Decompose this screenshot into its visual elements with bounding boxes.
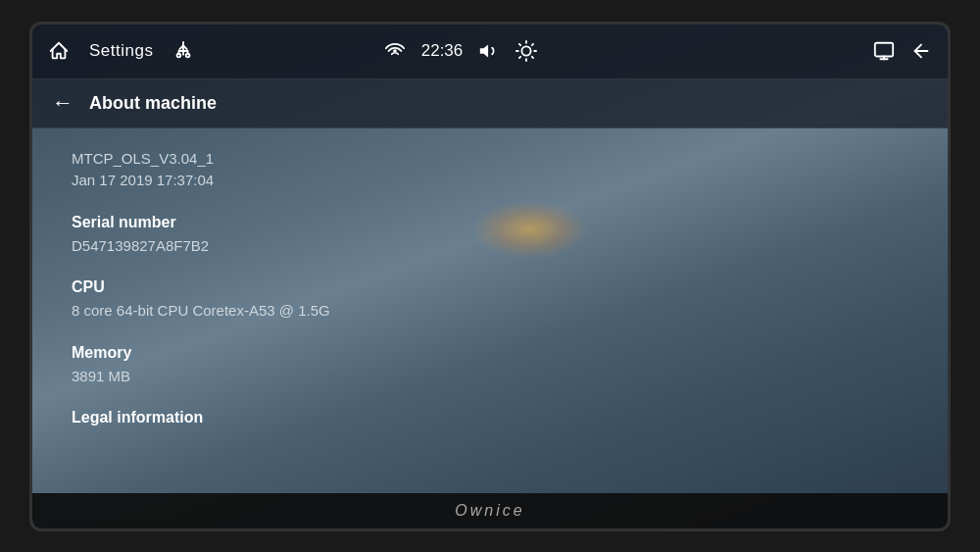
page-title: About machine <box>89 93 217 114</box>
svg-line-8 <box>532 57 533 58</box>
svg-line-11 <box>519 57 520 58</box>
brightness-icon[interactable] <box>515 40 537 62</box>
device-frame: Settings 22:36 <box>29 22 951 531</box>
content-area: MTCP_OLS_V3.04_1 Jan 17 2019 17:37:04 Se… <box>32 128 948 469</box>
serial-label: Serial number <box>72 214 908 231</box>
svg-point-4 <box>522 46 531 55</box>
settings-title: Settings <box>89 41 153 61</box>
svg-line-7 <box>519 44 520 45</box>
legal-label[interactable]: Legal information <box>72 409 908 427</box>
volume-icon[interactable] <box>478 40 500 62</box>
firmware-line2: Jan 17 2019 17:37:04 <box>72 170 908 192</box>
top-bar-center: 22:36 <box>205 40 716 62</box>
top-bar-right <box>716 40 932 62</box>
back-button[interactable]: ← <box>52 90 74 116</box>
svg-marker-3 <box>480 45 488 58</box>
brand-name: Ownice <box>455 502 524 520</box>
screen-mode-icon[interactable] <box>873 40 895 62</box>
memory-label: Memory <box>72 344 908 362</box>
legal-block[interactable]: Legal information <box>72 409 908 427</box>
firmware-block: MTCP_OLS_V3.04_1 Jan 17 2019 17:37:04 <box>72 148 908 192</box>
sub-header-bar: ← About machine <box>32 79 948 128</box>
cpu-block: CPU 8 core 64-bit CPU Coretex-A53 @ 1.5G <box>72 278 908 323</box>
svg-line-12 <box>532 44 533 45</box>
back-arrow-icon[interactable] <box>910 40 932 62</box>
cpu-value: 8 core 64-bit CPU Coretex-A53 @ 1.5G <box>72 300 908 323</box>
usb-icon <box>172 40 194 62</box>
clock-display: 22:36 <box>421 41 464 61</box>
wifi-icon[interactable] <box>384 40 406 62</box>
serial-block: Serial number D547139827A8F7B2 <box>72 214 908 258</box>
memory-value: 3891 MB <box>72 366 908 388</box>
firmware-line1: MTCP_OLS_V3.04_1 <box>72 148 908 171</box>
top-navigation-bar: Settings 22:36 <box>32 25 948 79</box>
serial-value: D547139827A8F7B2 <box>72 235 908 258</box>
svg-rect-13 <box>875 43 893 57</box>
home-icon[interactable] <box>48 40 70 62</box>
cpu-label: CPU <box>72 278 908 296</box>
memory-block: Memory 3891 MB <box>72 344 908 388</box>
brand-bar: Ownice <box>32 493 948 528</box>
top-bar-left: Settings <box>48 40 205 62</box>
